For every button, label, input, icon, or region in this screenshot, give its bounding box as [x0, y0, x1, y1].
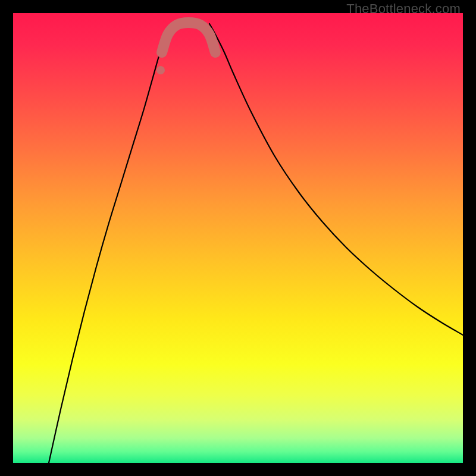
pink-valley [162, 23, 215, 52]
pink-dot [156, 66, 165, 74]
left-curve [49, 24, 180, 463]
curves-layer [13, 13, 463, 463]
right-curve [209, 24, 463, 335]
chart-area [13, 13, 463, 463]
